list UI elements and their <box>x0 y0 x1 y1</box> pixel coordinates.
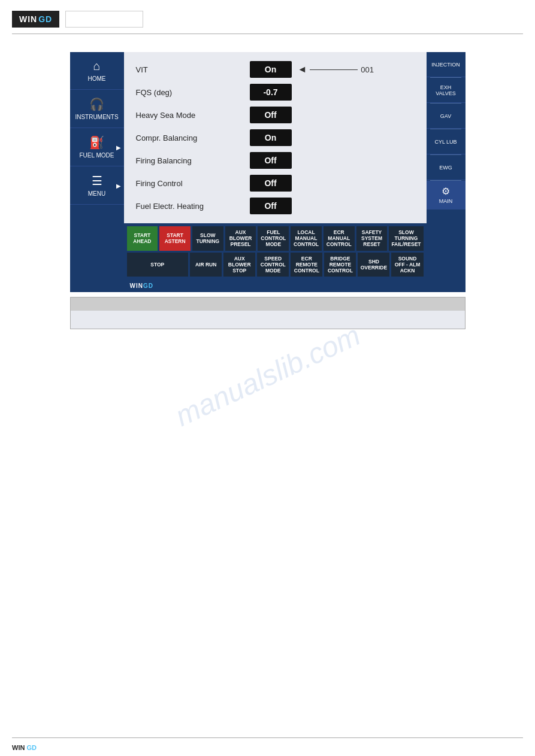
param-label-fuel-heating: Fuel Electr. Heating <box>136 202 244 211</box>
headphones-icon: 🎧 <box>89 97 104 111</box>
param-value-firing-balancing[interactable]: Off <box>250 152 292 169</box>
cyl-lub-label: CYL LUB <box>434 139 457 145</box>
logo-gd: GD <box>38 14 52 24</box>
panel-logo-gd: GD <box>143 283 153 289</box>
param-row-heavy-sea: Heavy Sea Mode Off <box>136 104 415 126</box>
param-row-firing-control: Firing Control Off <box>136 172 415 195</box>
param-value-fuel-heating[interactable]: Off <box>250 198 292 214</box>
center-content: VIT On ◄ 001 FQS (deg) -0.7 Heavy Sea Mo… <box>124 52 427 292</box>
shd-override-button[interactable]: SHDOVERRIDE <box>358 253 389 277</box>
right-sidebar-main[interactable]: ⚙ MAIN <box>427 181 466 210</box>
param-row-firing-balancing: Firing Balancing Off <box>136 149 415 172</box>
right-sidebar-injection[interactable]: INJECTION <box>427 52 466 77</box>
param-label-vit: VIT <box>136 65 244 74</box>
panel-bottom-logo: WINGD <box>124 280 427 292</box>
sidebar-item-fuel-mode[interactable]: ⛽ FUEL MODE ▶ <box>70 128 124 166</box>
footer-panel-header <box>71 297 465 311</box>
sidebar-label-fuel-mode: FUEL MODE <box>80 152 114 159</box>
local-manual-control-button[interactable]: LOCALMANUALCONTROL <box>291 226 322 251</box>
bottom-wingd-logo: WIN GD <box>12 744 37 751</box>
menu-icon: ☰ <box>92 174 102 188</box>
sidebar-item-instruments[interactable]: 🎧 INSTRUMENTS <box>70 90 124 128</box>
injection-label: INJECTION <box>431 62 460 68</box>
vit-ref-number: 001 <box>361 65 374 74</box>
home-icon: ⌂ <box>93 59 100 73</box>
menu-arrow: ▶ <box>116 182 121 189</box>
vit-arrow-indicator: ◄ 001 <box>298 64 374 75</box>
sound-off-button[interactable]: SOUNDOFF - ALMACKN <box>391 253 423 277</box>
param-label-firing-balancing: Firing Balancing <box>136 156 244 165</box>
right-sidebar-ewg[interactable]: EWG <box>427 155 466 180</box>
fuel-control-mode-button[interactable]: FUELCONTROLMODE <box>258 226 289 251</box>
engine-control-panel: ⌂ HOME 🎧 INSTRUMENTS ⛽ FUEL MODE ▶ ☰ MEN… <box>70 52 466 292</box>
left-sidebar: ⌂ HOME 🎧 INSTRUMENTS ⛽ FUEL MODE ▶ ☰ MEN… <box>70 52 124 292</box>
header-space <box>65 11 143 28</box>
param-label-firing-control: Firing Control <box>136 179 244 188</box>
param-row-fuel-heating: Fuel Electr. Heating Off <box>136 195 415 217</box>
sidebar-label-instruments: INSTRUMENTS <box>75 114 118 120</box>
button-row-1: STARTAHEAD STARTASTERN SLOWTURNING AUXBL… <box>127 226 424 251</box>
bridge-remote-control-button[interactable]: BRIDGEREMOTECONTROL <box>324 253 356 277</box>
ecr-manual-control-button[interactable]: ECRMANUALCONTROL <box>324 226 355 251</box>
wingd-logo: WINGD <box>12 11 59 28</box>
param-row-fqs: FQS (deg) -0.7 <box>136 81 415 104</box>
sidebar-label-menu: MENU <box>88 190 105 197</box>
params-area: VIT On ◄ 001 FQS (deg) -0.7 Heavy Sea Mo… <box>124 52 427 223</box>
main-content: ⌂ HOME 🎧 INSTRUMENTS ⛽ FUEL MODE ▶ ☰ MEN… <box>0 34 535 341</box>
ewg-label: EWG <box>439 165 452 171</box>
panel-logo-win: WIN <box>130 283 143 289</box>
air-run-button[interactable]: AIR RUN <box>190 253 222 277</box>
param-row-compr-balancing: Compr. Balancing On <box>136 126 415 149</box>
param-value-fqs[interactable]: -0.7 <box>250 84 292 101</box>
sidebar-label-home: HOME <box>88 75 106 82</box>
gav-label: GAV <box>440 113 451 119</box>
right-sidebar: INJECTION EXHVALVES GAV CYL LUB EWG ⚙ MA… <box>427 52 466 292</box>
logo-win: WIN <box>19 14 37 24</box>
param-value-firing-control[interactable]: Off <box>250 175 292 192</box>
bottom-divider <box>12 737 523 738</box>
slow-turning-button[interactable]: SLOWTURNING <box>192 226 223 251</box>
right-sidebar-gav[interactable]: GAV <box>427 104 466 129</box>
main-gear-icon: ⚙ <box>442 186 450 197</box>
safety-system-reset-button[interactable]: SAFETYSYSTEMRESET <box>356 226 388 251</box>
dashed-line <box>310 69 358 70</box>
sidebar-item-home[interactable]: ⌂ HOME <box>70 52 124 90</box>
bottom-logo-win: WIN <box>12 744 26 751</box>
param-row-vit: VIT On ◄ 001 <box>136 58 415 81</box>
footer-panel-body <box>71 311 465 329</box>
button-row-2: STOP AIR RUN AUXBLOWERSTOP SPEEDCONTROLM… <box>127 253 424 277</box>
param-value-vit[interactable]: On <box>250 61 292 78</box>
aux-blower-stop-button[interactable]: AUXBLOWERSTOP <box>223 253 255 277</box>
param-label-fqs: FQS (deg) <box>136 88 244 97</box>
slow-turning-fail-button[interactable]: SLOWTURNINGFAIL/RESET <box>389 226 423 251</box>
param-label-heavy-sea: Heavy Sea Mode <box>136 111 244 120</box>
param-label-compr-balancing: Compr. Balancing <box>136 133 244 142</box>
param-value-compr-balancing[interactable]: On <box>250 129 292 146</box>
bottom-logo-gd: GD <box>26 744 37 751</box>
fuel-icon: ⛽ <box>89 135 104 150</box>
start-astern-button[interactable]: STARTASTERN <box>159 226 191 251</box>
speed-control-mode-button[interactable]: SPEEDCONTROLMODE <box>257 253 289 277</box>
arrow-left-icon: ◄ <box>298 64 307 75</box>
sidebar-item-menu[interactable]: ☰ MENU ▶ <box>70 166 124 205</box>
right-sidebar-exh-valves[interactable]: EXHVALVES <box>427 78 466 103</box>
fuel-mode-arrow: ▶ <box>116 144 121 150</box>
main-label: MAIN <box>439 198 453 204</box>
stop-button[interactable]: STOP <box>127 253 189 277</box>
bottom-button-bar: STARTAHEAD STARTASTERN SLOWTURNING AUXBL… <box>124 223 427 280</box>
start-ahead-button[interactable]: STARTAHEAD <box>127 226 158 251</box>
param-value-heavy-sea[interactable]: Off <box>250 107 292 123</box>
right-sidebar-cyl-lub[interactable]: CYL LUB <box>427 129 466 154</box>
exh-valves-label: EXHVALVES <box>436 84 456 96</box>
ecr-remote-control-button[interactable]: ECRREMOTECONTROL <box>291 253 322 277</box>
page-header: WINGD <box>0 0 535 34</box>
footer-panel <box>70 297 466 329</box>
aux-blower-presel-button[interactable]: AUXBLOWERPRESEL <box>225 226 256 251</box>
